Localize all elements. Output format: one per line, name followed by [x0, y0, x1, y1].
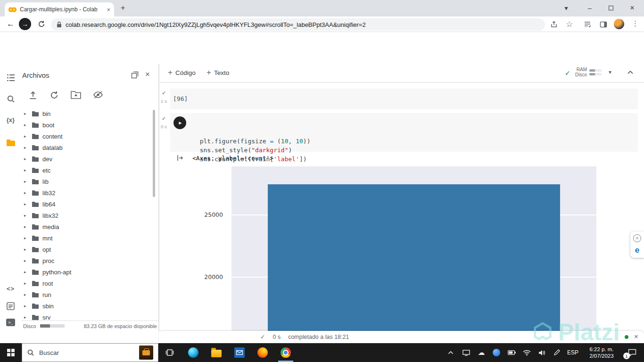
add-text-button[interactable]: + Texto [206, 68, 229, 77]
refresh-icon[interactable] [50, 90, 59, 100]
table-of-contents-icon[interactable] [0, 74, 21, 82]
chevron-right-icon[interactable]: ▸ [24, 315, 28, 320]
code-snippets-icon[interactable]: <> [0, 285, 21, 292]
chevron-right-icon[interactable]: ▸ [24, 123, 28, 127]
hidden-files-icon[interactable] [93, 91, 103, 99]
side-panel-icon[interactable] [600, 21, 607, 28]
chevron-right-icon[interactable]: ▸ [24, 281, 28, 286]
tree-row[interactable]: ▸ lib [21, 176, 153, 187]
volume-icon[interactable] [536, 343, 548, 362]
network-wifi-icon[interactable] [520, 343, 533, 362]
chevron-right-icon[interactable]: ▸ [24, 190, 28, 195]
new-tab-button[interactable]: + [121, 4, 125, 12]
start-button[interactable] [0, 343, 22, 362]
tab-search-caret-icon[interactable]: ▾ [559, 1, 573, 15]
forward-button[interactable]: → [19, 18, 31, 30]
variables-icon[interactable]: {x} [0, 116, 21, 123]
terminal-icon[interactable]: >_ [0, 319, 21, 326]
tree-row[interactable]: ▸ media [21, 221, 153, 232]
resources-caret-icon[interactable]: ▾ [609, 69, 611, 75]
omnibox[interactable]: colab.research.google.com/drive/1Ngt12lX… [51, 18, 545, 31]
search-icon[interactable] [0, 95, 21, 103]
scratch-editor-icon[interactable] [0, 302, 21, 310]
window-minimize-button[interactable]: – [580, 1, 600, 15]
chevron-right-icon[interactable]: ▸ [24, 236, 28, 240]
tab-close-icon[interactable]: × [107, 6, 110, 13]
window-close-button[interactable]: × [622, 1, 642, 15]
mount-drive-icon[interactable] [71, 90, 81, 99]
firefox-taskbar-icon[interactable] [253, 343, 272, 362]
browser-profile-avatar[interactable] [614, 19, 624, 29]
browser-tab[interactable]: Cargar-mulltiples.ipynb - Colab × [5, 2, 114, 16]
tree-row[interactable]: ▸ mnt [21, 232, 153, 244]
mail-taskbar-icon[interactable] [230, 343, 249, 362]
tree-row[interactable]: ▸ lib32 [21, 187, 153, 198]
tree-row[interactable]: ▸ datalab [21, 142, 153, 153]
tree-row[interactable]: ▸ opt [21, 244, 153, 255]
chevron-right-icon[interactable]: ▸ [24, 156, 28, 161]
tree-row[interactable]: ▸ python-apt [21, 266, 153, 278]
chevron-right-icon[interactable]: ▸ [24, 304, 28, 308]
tree-row[interactable]: ▸ dev [21, 153, 153, 165]
chrome-taskbar-icon[interactable] [276, 343, 295, 362]
chevron-right-icon[interactable]: ▸ [24, 145, 28, 150]
tree-row[interactable]: ▸ sbin [21, 300, 153, 312]
chevron-right-icon[interactable]: ▸ [24, 202, 28, 206]
chevron-right-icon[interactable]: ▸ [24, 213, 28, 218]
close-panel-icon[interactable]: × [145, 70, 150, 79]
chevron-right-icon[interactable]: ▸ [24, 247, 28, 252]
tree-row[interactable]: ▸ root [21, 278, 153, 289]
tree-row[interactable]: ▸ libx32 [21, 210, 153, 221]
expand-panel-icon[interactable] [131, 71, 139, 79]
chevron-right-icon[interactable]: ▸ [24, 292, 28, 297]
chevron-right-icon[interactable]: ▸ [24, 111, 28, 116]
chevron-right-icon[interactable]: ▸ [24, 168, 28, 173]
chevron-right-icon[interactable]: ▸ [24, 258, 28, 263]
add-code-button[interactable]: + Código [168, 68, 196, 77]
cell1-success-check-icon: ✓ [162, 90, 166, 96]
chevron-right-icon[interactable]: ▸ [24, 224, 28, 229]
device-tray-icon[interactable] [460, 343, 472, 362]
search-highlight-icon[interactable] [139, 346, 153, 360]
file-explorer-taskbar-icon[interactable] [207, 343, 226, 362]
reload-button[interactable] [38, 20, 45, 28]
chevron-right-icon[interactable]: ▸ [24, 134, 28, 139]
upload-icon[interactable] [28, 90, 38, 100]
teams-tray-icon[interactable] [490, 343, 503, 362]
tree-row[interactable]: ▸ proc [21, 255, 153, 266]
files-scrollbar[interactable] [153, 110, 155, 197]
pen-ink-icon[interactable] [551, 343, 563, 362]
back-button[interactable]: ← [7, 19, 15, 29]
tree-row[interactable]: ▸ etc [21, 165, 153, 176]
tree-row[interactable]: ▸ run [21, 289, 153, 300]
tree-row[interactable]: ▸ content [21, 131, 153, 142]
run-cell-button[interactable]: ► [173, 116, 186, 129]
chevron-right-icon[interactable]: ▸ [24, 270, 28, 274]
language-indicator[interactable]: ESP [565, 343, 581, 362]
tray-expand-caret-icon[interactable] [445, 343, 456, 362]
files-icon[interactable] [0, 139, 21, 147]
folder-name: media [42, 223, 59, 230]
taskbar-clock[interactable]: 6:22 p. m. 2/07/2023 [584, 346, 619, 359]
reading-list-icon[interactable] [584, 21, 591, 28]
battery-icon[interactable] [505, 343, 518, 362]
window-maximize-button[interactable] [601, 1, 621, 15]
tree-row[interactable]: ▸ boot [21, 119, 153, 131]
edge-taskbar-icon[interactable] [184, 343, 203, 362]
edge-launcher-icon[interactable]: e [635, 246, 639, 255]
overlay-close-icon[interactable]: × [633, 234, 641, 242]
lock-icon[interactable] [57, 21, 62, 28]
browser-menu-kebab-icon[interactable]: ⋮ [632, 19, 639, 28]
share-icon[interactable] [550, 21, 558, 28]
resources-ram-disk[interactable]: RAM Disco [575, 67, 602, 77]
collapse-header-chevron-icon[interactable] [627, 70, 634, 74]
taskbar-search-box[interactable]: Buscar [22, 343, 158, 362]
tree-row[interactable]: ▸ lib64 [21, 198, 153, 210]
status-close-icon[interactable]: × [634, 332, 638, 340]
bookmark-star-icon[interactable]: ☆ [566, 19, 573, 29]
folder-icon [32, 213, 39, 219]
chevron-right-icon[interactable]: ▸ [24, 179, 28, 184]
tree-row[interactable]: ▸ bin [21, 108, 153, 119]
onedrive-cloud-icon[interactable]: ☁ [475, 343, 487, 362]
task-view-button[interactable] [160, 343, 179, 362]
